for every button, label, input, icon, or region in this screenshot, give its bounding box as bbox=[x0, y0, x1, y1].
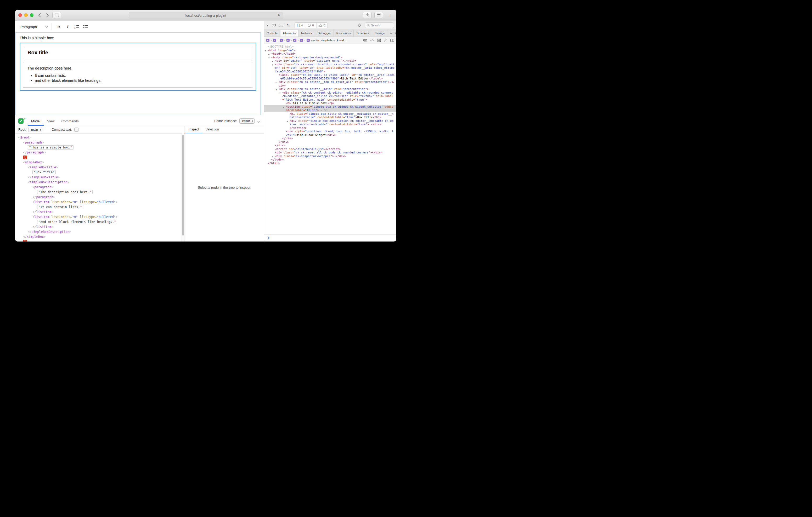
compact-text-checkbox[interactable] bbox=[74, 127, 79, 132]
box-description[interactable]: The description goes here. It can contai… bbox=[23, 62, 253, 88]
element-crumb-icon[interactable]: E bbox=[307, 39, 310, 42]
numbered-list-button[interactable]: 1.2. bbox=[73, 23, 81, 31]
dom-tree-line[interactable]: </div> bbox=[264, 140, 396, 144]
dom-tree-line[interactable]: ▼<section class="simple-box ck-widget ck… bbox=[264, 105, 396, 112]
model-tree-line[interactable]: ] bbox=[15, 239, 184, 242]
collapse-inspector-button[interactable] bbox=[257, 119, 260, 123]
more-tabs-button[interactable]: » bbox=[390, 31, 392, 35]
reload-icon[interactable]: ↻ bbox=[278, 13, 281, 17]
dom-tree-line[interactable]: <div class="ck ck-reset_all ck-body ck-r… bbox=[264, 151, 396, 154]
code-view-button[interactable]: </> bbox=[370, 39, 374, 41]
selected-node-breadcrumb[interactable]: section.simple-box.ck-wid… bbox=[311, 39, 347, 42]
tab-storage[interactable]: Storage bbox=[372, 30, 388, 37]
collapse-arrow-icon[interactable]: ▼ bbox=[283, 105, 284, 109]
dom-tree-line[interactable]: ▼<div class="ck ck-content ck-editor__ed… bbox=[264, 91, 396, 102]
expand-arrow-icon[interactable]: ▶ bbox=[287, 120, 288, 123]
dom-tree-line[interactable]: ▼<html lang="en"> bbox=[264, 49, 396, 52]
split-panel-button[interactable] bbox=[390, 39, 394, 42]
list-item[interactable]: and other block elements like headings. bbox=[35, 79, 249, 83]
model-tree-line[interactable]: <paragraph> bbox=[15, 185, 184, 190]
element-crumb-icon[interactable]: E bbox=[266, 39, 269, 42]
dom-tree-line[interactable]: <div style="position: fixed; top: 0px; l… bbox=[264, 130, 396, 137]
errors-badge[interactable]: 0 bbox=[305, 23, 316, 28]
model-tree-line[interactable]: [ bbox=[15, 155, 184, 160]
element-picker-button[interactable] bbox=[357, 24, 361, 27]
model-tree-line[interactable]: </paragraph> bbox=[15, 150, 184, 155]
reload-page-button[interactable]: ↻ bbox=[286, 23, 290, 28]
warnings-badge[interactable]: 0 bbox=[316, 23, 327, 28]
new-tab-button[interactable]: + bbox=[387, 12, 393, 18]
collapse-arrow-icon[interactable]: ▼ bbox=[280, 91, 281, 95]
console-prompt[interactable] bbox=[264, 234, 396, 242]
forward-button[interactable] bbox=[44, 12, 50, 18]
model-tree-line[interactable]: </listItem> bbox=[15, 224, 184, 230]
list-item[interactable]: It can contain lists, bbox=[35, 73, 249, 78]
model-tree-line[interactable]: </listItem> bbox=[15, 210, 184, 215]
collapse-arrow-icon[interactable]: ▼ bbox=[272, 63, 273, 67]
tab-selection[interactable]: Selection bbox=[202, 126, 222, 133]
dom-tree-line[interactable]: ▶<div class="ck-inspector-wrapper">…</di… bbox=[264, 154, 396, 158]
model-tree-line[interactable]: </simpleBoxTitle> bbox=[15, 175, 184, 180]
resources-badge[interactable]: 4 bbox=[295, 23, 305, 28]
dom-tree-line[interactable]: </body> bbox=[264, 158, 396, 161]
model-tree-line[interactable]: </paragraph> bbox=[15, 195, 184, 200]
dom-tree-line[interactable]: ▼<div class="ck ck-editor__main" role="p… bbox=[264, 87, 396, 91]
zoom-window-button[interactable] bbox=[30, 13, 33, 17]
model-tree-line[interactable]: "This is a simple box:" bbox=[15, 145, 184, 150]
tab-resources[interactable]: Resources bbox=[334, 30, 354, 37]
tab-model[interactable]: Model bbox=[28, 116, 44, 126]
model-tree-line[interactable]: "It can contain lists," bbox=[15, 205, 184, 210]
paragraph-style-dropdown[interactable]: Paragraph bbox=[19, 24, 49, 30]
close-devtools-button[interactable]: × bbox=[266, 23, 269, 27]
dom-tree-line[interactable]: </div> bbox=[264, 137, 396, 140]
model-tree-line[interactable]: "The description goes here." bbox=[15, 190, 184, 195]
minimize-window-button[interactable] bbox=[24, 13, 28, 17]
tab-view[interactable]: View bbox=[44, 116, 58, 126]
dom-tree-line[interactable]: </section> bbox=[264, 126, 396, 130]
editor-instance-select[interactable]: editor ▴▾ bbox=[239, 118, 255, 124]
dom-tree-line[interactable]: <h1 class="simple-box-title ck-editor__e… bbox=[264, 112, 396, 119]
grid-overlay-button[interactable] bbox=[377, 39, 381, 42]
dom-tree-line[interactable]: ▼<body class="ck-inspector-body-expanded… bbox=[264, 56, 396, 59]
expand-arrow-icon[interactable]: ▶ bbox=[276, 81, 277, 85]
model-tree-line[interactable]: <simpleBoxDescription> bbox=[15, 180, 184, 185]
tab-debugger[interactable]: Debugger bbox=[315, 30, 334, 37]
bulleted-list-button[interactable] bbox=[82, 23, 89, 31]
dock-side-button[interactable] bbox=[272, 24, 276, 27]
address-bar[interactable]: localhost/creating-a-plugin/ ↻ bbox=[129, 12, 283, 19]
share-button[interactable] bbox=[363, 12, 372, 18]
tab-inspect[interactable]: Inspect bbox=[185, 126, 202, 133]
intro-paragraph[interactable]: This is a simple box: bbox=[20, 36, 256, 40]
model-tree-line[interactable]: <listItem listIndent="0" listType="bulle… bbox=[15, 200, 184, 205]
dom-tree-line[interactable]: ▶<head>…</head> bbox=[264, 52, 396, 56]
model-tree-line[interactable]: "and other block elements like headings.… bbox=[15, 219, 184, 224]
element-crumb-icon[interactable]: E bbox=[293, 39, 296, 42]
sidebar-toggle-button[interactable] bbox=[52, 12, 61, 18]
dom-tree-line[interactable]: <p>This is a simple box:</p> bbox=[264, 101, 396, 105]
model-tree-line[interactable]: </simpleBox> bbox=[15, 235, 184, 239]
back-button[interactable] bbox=[37, 12, 44, 18]
element-crumb-icon[interactable]: E bbox=[280, 39, 283, 42]
description-text[interactable]: The description goes here. bbox=[27, 66, 249, 70]
tree-scrollbar[interactable] bbox=[181, 133, 184, 242]
dom-tree-line[interactable]: ▶<div class="ck ck-editor__top ck-reset_… bbox=[264, 80, 396, 87]
model-tree-line[interactable]: </simpleBoxDescription> bbox=[15, 230, 184, 235]
dom-tree-line[interactable]: ▼<div class="ck ck-reset ck-editor ck-ro… bbox=[264, 63, 396, 73]
dom-tree-line[interactable]: <!DOCTYPE html> bbox=[264, 45, 396, 49]
scrollbar-thumb[interactable] bbox=[182, 135, 184, 236]
root-select[interactable]: main ▴▾ bbox=[29, 127, 42, 132]
dom-tree-line[interactable]: </html> bbox=[264, 161, 396, 165]
tab-commands[interactable]: Commands bbox=[58, 116, 82, 126]
tab-timelines[interactable]: Timelines bbox=[354, 30, 372, 37]
dom-tree-line[interactable]: ▶<div class="simple-box-description ck-e… bbox=[264, 119, 396, 126]
dom-tree-line[interactable]: <script src="dist/bundle.js"></script> bbox=[264, 147, 396, 151]
model-tree-line[interactable]: "Box title" bbox=[15, 170, 184, 175]
element-crumb-icon[interactable]: E bbox=[273, 39, 276, 42]
box-title[interactable]: Box title bbox=[23, 46, 253, 59]
model-tree-line[interactable]: <$root> bbox=[15, 135, 184, 140]
model-tree-line[interactable]: <simpleBox> bbox=[15, 160, 184, 165]
element-crumb-icon[interactable]: E bbox=[300, 39, 303, 42]
add-tab-button[interactable]: + bbox=[395, 31, 396, 35]
editor-content[interactable]: This is a simple box: Box title The desc… bbox=[15, 33, 261, 115]
dom-tree-line[interactable]: ▶<div id="editor" style="display: none;"… bbox=[264, 59, 396, 63]
